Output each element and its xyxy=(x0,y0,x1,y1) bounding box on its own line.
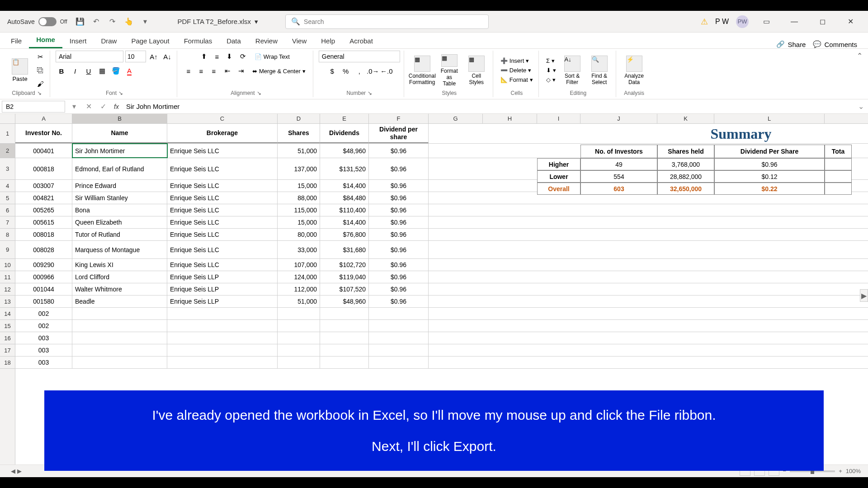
decrease-decimal-icon[interactable]: ←.0 xyxy=(381,65,392,77)
data-cell[interactable] xyxy=(369,344,429,356)
empty-cell[interactable] xyxy=(580,259,657,271)
data-cell[interactable]: 001580 xyxy=(15,296,72,307)
close-icon[interactable]: ✕ xyxy=(840,14,861,29)
name-box-dropdown-icon[interactable]: ▾ xyxy=(67,100,81,113)
data-cell[interactable]: 008028 xyxy=(15,241,72,258)
data-cell[interactable]: 003 xyxy=(15,344,72,356)
filename[interactable]: PDF LTA T2_Before.xlsx ▾ xyxy=(178,18,259,26)
data-cell[interactable] xyxy=(369,332,429,344)
data-cell[interactable]: King Lewis XI xyxy=(72,259,167,271)
data-cell[interactable]: $0.96 xyxy=(369,283,429,295)
redo-icon[interactable]: ↷ xyxy=(107,16,118,27)
data-cell[interactable] xyxy=(167,332,278,344)
empty-cell[interactable] xyxy=(429,332,483,344)
tab-acrobat[interactable]: Acrobat xyxy=(342,33,380,48)
zoom-in-icon[interactable]: + xyxy=(839,468,842,474)
decrease-indent-icon[interactable]: ⇤ xyxy=(222,65,233,77)
ribbon-display-icon[interactable]: ▭ xyxy=(756,14,777,29)
empty-cell[interactable] xyxy=(580,204,657,216)
column-header[interactable]: L xyxy=(714,114,825,123)
empty-cell[interactable] xyxy=(657,259,714,271)
data-cell[interactable]: 51,000 xyxy=(278,296,320,307)
data-cell[interactable]: 000401 xyxy=(15,144,72,158)
data-cell[interactable]: 107,000 xyxy=(278,259,320,271)
row-header[interactable]: 17 xyxy=(0,344,15,357)
data-cell[interactable]: 003 xyxy=(15,332,72,344)
empty-cell[interactable] xyxy=(537,308,580,319)
empty-cell[interactable] xyxy=(657,229,714,240)
data-cell[interactable]: Enrique Seis LLC xyxy=(167,241,278,258)
data-cell[interactable] xyxy=(278,332,320,344)
data-cell[interactable]: Lord Clifford xyxy=(72,271,167,283)
data-cell[interactable]: Enrique Seis LLC xyxy=(167,158,278,179)
align-right-icon[interactable]: ≡ xyxy=(208,65,220,77)
search-box[interactable]: 🔍 xyxy=(285,14,489,29)
row-header[interactable]: 3 xyxy=(0,158,15,180)
italic-button[interactable]: I xyxy=(69,65,81,77)
clear-button[interactable]: ◇ ▾ xyxy=(544,75,558,84)
summary-cell[interactable]: 554 xyxy=(580,170,657,183)
dialog-launcher-icon[interactable]: ↘ xyxy=(368,90,372,96)
empty-cell[interactable] xyxy=(483,283,537,295)
data-cell[interactable]: $0.96 xyxy=(369,271,429,283)
data-cell[interactable] xyxy=(72,344,167,356)
row-header[interactable]: 11 xyxy=(0,271,15,283)
warning-icon[interactable]: ⚠ xyxy=(701,17,708,27)
data-cell[interactable]: Enrique Seis LLC xyxy=(167,229,278,240)
summary-cell[interactable]: $0.96 xyxy=(714,158,825,170)
data-cell[interactable]: Enrique Seis LLC xyxy=(167,259,278,271)
empty-cell[interactable] xyxy=(537,296,580,307)
data-cell[interactable]: $14,400 xyxy=(320,216,369,228)
data-cell[interactable] xyxy=(278,308,320,319)
data-cell[interactable] xyxy=(320,344,369,356)
data-cell[interactable]: Enrique Seis LLC xyxy=(167,204,278,216)
border-button[interactable]: ▦ xyxy=(96,65,108,77)
dialog-launcher-icon[interactable]: ↘ xyxy=(37,90,42,96)
tab-data[interactable]: Data xyxy=(219,33,248,48)
data-cell[interactable]: Walter Whitmore xyxy=(72,283,167,295)
data-cell[interactable] xyxy=(167,344,278,356)
summary-total-cell[interactable] xyxy=(825,170,852,183)
summary-row-label[interactable]: Overall xyxy=(537,183,580,195)
empty-cell[interactable] xyxy=(429,158,483,179)
data-cell[interactable]: 008018 xyxy=(15,229,72,240)
data-cell[interactable] xyxy=(278,357,320,368)
data-cell[interactable]: 003 xyxy=(15,357,72,368)
summary-header-cell[interactable]: Shares held xyxy=(657,145,714,158)
conditional-formatting-button[interactable]: ▦Conditional Formatting xyxy=(410,52,435,89)
empty-cell[interactable] xyxy=(657,241,714,258)
align-middle-icon[interactable]: ≡ xyxy=(211,51,223,62)
empty-cell[interactable] xyxy=(483,332,537,344)
summary-row-label[interactable]: Lower xyxy=(537,170,580,183)
data-cell[interactable]: 002 xyxy=(15,308,72,319)
data-cell[interactable]: 88,000 xyxy=(278,192,320,204)
sheet-nav-prev-icon[interactable]: ◀ xyxy=(11,468,15,474)
empty-cell[interactable] xyxy=(429,296,483,307)
bold-button[interactable]: B xyxy=(56,65,67,77)
empty-cell[interactable] xyxy=(483,357,537,368)
data-cell[interactable]: 15,000 xyxy=(278,216,320,228)
data-cell[interactable]: 80,000 xyxy=(278,229,320,240)
summary-cell[interactable]: 28,882,000 xyxy=(657,170,714,183)
column-header[interactable]: D xyxy=(278,114,320,123)
empty-cell[interactable] xyxy=(429,320,483,332)
data-cell[interactable]: Sir William Stanley xyxy=(72,192,167,204)
format-as-table-button[interactable]: ▦Format as Table xyxy=(437,52,462,89)
data-cell[interactable]: $48,960 xyxy=(320,144,369,158)
data-cell[interactable]: Enrique Seis LLC xyxy=(167,180,278,192)
empty-cell[interactable] xyxy=(657,216,714,228)
data-cell[interactable]: $84,480 xyxy=(320,192,369,204)
data-cell[interactable]: $48,960 xyxy=(320,296,369,307)
column-header[interactable]: A xyxy=(15,114,72,123)
header-cell[interactable]: Name xyxy=(72,124,167,143)
column-header[interactable]: F xyxy=(369,114,429,123)
empty-cell[interactable] xyxy=(657,296,714,307)
data-cell[interactable]: Edmond, Earl of Rutland xyxy=(72,158,167,179)
column-header[interactable]: J xyxy=(580,114,657,123)
empty-cell[interactable] xyxy=(429,357,483,368)
summary-header-cell[interactable]: Tota xyxy=(825,145,852,158)
row-header[interactable]: 7 xyxy=(0,216,15,229)
data-cell[interactable] xyxy=(167,357,278,368)
increase-indent-icon[interactable]: ⇥ xyxy=(235,65,247,77)
empty-cell[interactable] xyxy=(429,344,483,356)
